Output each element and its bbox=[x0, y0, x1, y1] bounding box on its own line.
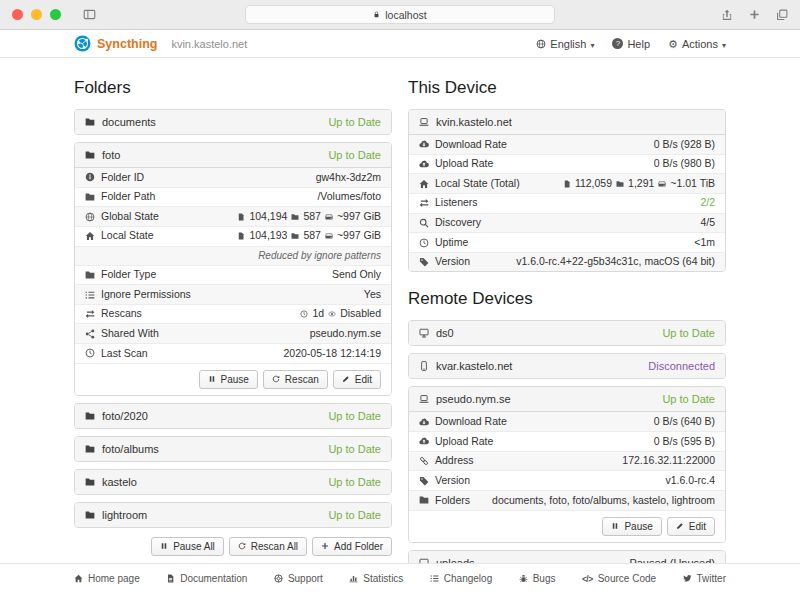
row-value: Send Only bbox=[332, 268, 381, 282]
cloud-download-icon bbox=[419, 417, 429, 427]
window-zoom-button[interactable] bbox=[50, 9, 61, 20]
row-value: 112,059 1,291 ~1.01 TiB bbox=[563, 177, 715, 191]
row-value: 104,194 587 ~997 GiB bbox=[237, 210, 381, 224]
rescan-interval: 1d bbox=[312, 307, 324, 321]
help-link[interactable]: Help bbox=[612, 38, 650, 50]
actions-menu-label: Actions bbox=[682, 38, 718, 50]
footer-link-twitter[interactable]: Twitter bbox=[683, 573, 726, 584]
address-bar[interactable]: localhost bbox=[245, 5, 555, 24]
chevron-down-icon bbox=[722, 38, 726, 50]
footer-link-homepage[interactable]: Home page bbox=[74, 573, 140, 584]
sidebar-toggle-icon[interactable] bbox=[83, 8, 96, 21]
window-minimize-button[interactable] bbox=[31, 9, 42, 20]
actions-menu[interactable]: Actions bbox=[668, 38, 726, 50]
folder-header-foto[interactable]: foto Up to Date bbox=[75, 143, 391, 167]
folder-header-lightroom[interactable]: lightroom Up to Date bbox=[75, 503, 391, 527]
row-label: Folder ID bbox=[101, 171, 144, 185]
window-close-button[interactable] bbox=[12, 9, 23, 20]
local-state-total-row: Local State (Total) 112,059 1,291 ~1.01 … bbox=[409, 173, 725, 193]
folders-actions: Pause All Rescan All Add Folder bbox=[74, 537, 392, 556]
row-value: 2/2 bbox=[700, 196, 715, 210]
button-label: Rescan All bbox=[251, 541, 298, 552]
folder-icon bbox=[291, 213, 299, 221]
globe-icon bbox=[536, 39, 546, 49]
footer-link-statistics[interactable]: Statistics bbox=[349, 573, 403, 584]
pause-all-folders-button[interactable]: Pause All bbox=[151, 537, 224, 556]
last-scan-row: Last Scan 2020-05-18 12:14:19 bbox=[75, 343, 391, 363]
clock-icon bbox=[419, 238, 429, 248]
footer-link-source-code[interactable]: Source Code bbox=[582, 573, 656, 584]
device-header-kvar[interactable]: kvar.kastelo.net Disconnected bbox=[409, 354, 725, 378]
row-label: Local State (Total) bbox=[435, 177, 520, 191]
pause-device-button[interactable]: Pause bbox=[602, 517, 661, 536]
this-device-table: Download Rate 0 B/s (928 B) Upload Rate … bbox=[409, 134, 725, 271]
language-menu[interactable]: English bbox=[536, 38, 594, 50]
life-ring-icon bbox=[274, 574, 283, 583]
folder-header-kastelo[interactable]: kastelo Up to Date bbox=[75, 470, 391, 494]
footer-link-bugs[interactable]: Bugs bbox=[519, 573, 556, 584]
status-badge: Up to Date bbox=[328, 509, 381, 521]
device-panel-ds0: ds0 Up to Date bbox=[408, 320, 726, 346]
home-icon bbox=[85, 231, 95, 241]
folder-name: foto/albums bbox=[102, 443, 159, 455]
folder-header-foto2020[interactable]: foto/2020 Up to Date bbox=[75, 404, 391, 428]
row-value: documents, foto, foto/albums, kastelo, l… bbox=[492, 494, 715, 508]
listeners-row: Listeners 2/2 bbox=[409, 193, 725, 213]
pause-icon bbox=[611, 522, 619, 530]
shared-folders-row: Folders documents, foto, foto/albums, ka… bbox=[409, 490, 725, 510]
folder-panel-documents: documents Up to Date bbox=[74, 109, 392, 135]
button-label: Pause bbox=[221, 374, 249, 385]
footer-link-support[interactable]: Support bbox=[274, 573, 323, 584]
tabs-overview-icon[interactable] bbox=[776, 9, 788, 21]
row-label: Rescans bbox=[101, 307, 142, 321]
uptime-row: Uptime <1m bbox=[409, 232, 725, 252]
folder-icon bbox=[85, 444, 95, 454]
row-value: 4/5 bbox=[700, 216, 715, 230]
share-button-icon[interactable] bbox=[721, 9, 733, 21]
watch-status: Disabled bbox=[340, 307, 381, 321]
folder-header-fotoalbums[interactable]: foto/albums Up to Date bbox=[75, 437, 391, 461]
row-value: v1.6.0-rc.4+22-g5b34c31c, macOS (64 bit) bbox=[516, 255, 715, 269]
folder-path-row: Folder Path /Volumes/foto bbox=[75, 187, 391, 207]
local-state-row: Local State 104,193 587 ~997 GiB bbox=[75, 226, 391, 246]
folders-title: Folders bbox=[74, 78, 392, 98]
cloud-upload-icon bbox=[419, 436, 429, 446]
footer-link-changelog[interactable]: Changelog bbox=[430, 573, 492, 584]
row-value: <1m bbox=[694, 236, 715, 250]
folder-id-row: Folder ID gw4hx-3dz2m bbox=[75, 168, 391, 187]
pencil-icon bbox=[342, 375, 350, 383]
row-label: Local State bbox=[101, 229, 154, 243]
edit-device-button[interactable]: Edit bbox=[667, 517, 715, 536]
laptop-icon bbox=[419, 394, 429, 404]
row-label: Folder Path bbox=[101, 190, 155, 204]
this-device-header[interactable]: kvin.kastelo.net bbox=[409, 110, 725, 134]
device-header-pseudo[interactable]: pseudo.nym.se Up to Date bbox=[409, 387, 725, 411]
row-label: Last Scan bbox=[101, 347, 148, 361]
hdd-icon bbox=[325, 232, 333, 240]
status-badge: Up to Date bbox=[662, 327, 715, 339]
folder-header-documents[interactable]: documents Up to Date bbox=[75, 110, 391, 134]
row-value: pseudo.nym.se bbox=[310, 327, 381, 341]
status-badge: Up to Date bbox=[328, 410, 381, 422]
row-value: 0 B/s (640 B) bbox=[654, 415, 715, 429]
device-header-ds0[interactable]: ds0 Up to Date bbox=[409, 321, 725, 345]
row-value: 0 B/s (928 B) bbox=[654, 138, 715, 152]
footer-label: Source Code bbox=[598, 573, 656, 584]
refresh-icon bbox=[272, 375, 280, 383]
pause-button[interactable]: Pause bbox=[199, 370, 258, 389]
footer-link-documentation[interactable]: Documentation bbox=[166, 573, 247, 584]
edit-button[interactable]: Edit bbox=[333, 370, 381, 389]
shared-with-row: Shared With pseudo.nym.se bbox=[75, 323, 391, 343]
rescan-button[interactable]: Rescan bbox=[263, 370, 328, 389]
cloud-upload-icon bbox=[419, 159, 429, 169]
folder-icon bbox=[85, 150, 95, 160]
rescan-all-button[interactable]: Rescan All bbox=[229, 537, 307, 556]
new-tab-icon[interactable] bbox=[749, 9, 760, 20]
row-label: Download Rate bbox=[435, 415, 507, 429]
size-value: ~997 GiB bbox=[337, 210, 381, 224]
row-label: Address bbox=[435, 454, 474, 468]
rescans-row: Rescans 1d Disabled bbox=[75, 304, 391, 324]
add-folder-button[interactable]: Add Folder bbox=[312, 537, 392, 556]
footer-label: Home page bbox=[88, 573, 140, 584]
tag-icon bbox=[419, 257, 429, 267]
